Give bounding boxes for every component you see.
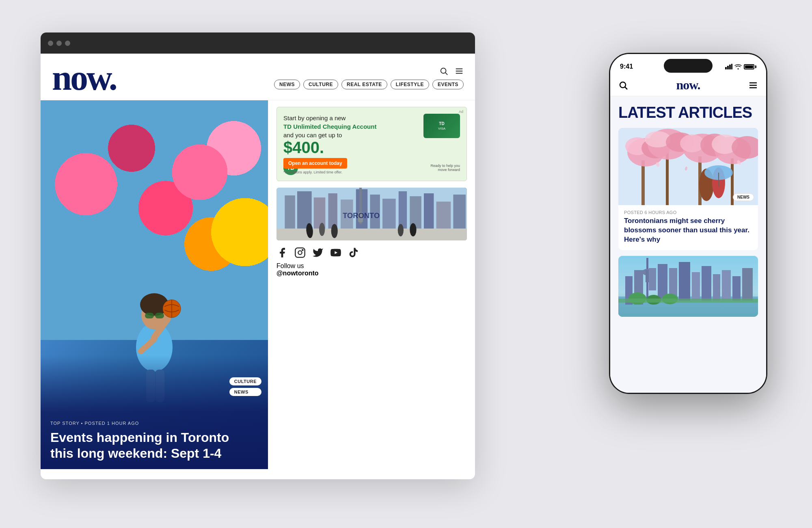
site-header-right: NEWS CULTURE REAL ESTATE LIFESTYLE EVENT…: [274, 67, 464, 89]
svg-rect-93: [742, 268, 753, 301]
browser-dot-green: [65, 41, 70, 46]
article-badge-1: NEWS: [733, 193, 754, 201]
svg-rect-87: [679, 262, 690, 301]
article-card-2[interactable]: [618, 256, 758, 317]
svg-point-36: [331, 224, 338, 238]
hero-section: TOP STORY • POSTED 1 HOUR AGO Events hap…: [41, 100, 268, 469]
nav-pill-culture[interactable]: CULTURE: [303, 80, 338, 89]
city-scene: TORONTO: [276, 188, 467, 240]
nav-pills: NEWS CULTURE REAL ESTATE LIFESTYLE EVENT…: [274, 80, 464, 89]
phone-main-content: LATEST ARTICLES: [610, 96, 766, 393]
nav-pill-news[interactable]: NEWS: [274, 80, 300, 89]
city-photo: TORONTO: [276, 188, 467, 240]
follow-text-row: Follow us @nowtoronto: [276, 262, 467, 277]
ad-tag: Ad: [459, 110, 463, 114]
browser-dot-red: [48, 41, 53, 46]
badge-culture[interactable]: CULTURE: [229, 377, 261, 385]
toronto-skyline-image: [618, 256, 758, 317]
svg-rect-90: [713, 274, 720, 301]
instagram-icon[interactable]: [294, 247, 306, 258]
browser-content: now.: [41, 54, 475, 479]
svg-point-41: [298, 251, 302, 254]
site-main: TOP STORY • POSTED 1 HOUR AGO Events hap…: [41, 100, 475, 469]
article-image-cherry: NEWS: [618, 128, 758, 205]
article-card-1[interactable]: NEWS POSTED 6 HOURS AGO Torontonians mig…: [618, 128, 758, 250]
hero-overlay: TOP STORY • POSTED 1 HOUR AGO Events hap…: [41, 355, 268, 469]
svg-rect-30: [453, 195, 466, 233]
signal-icon: [725, 64, 732, 69]
wifi-icon: [734, 64, 742, 69]
article-headline-1: Torontonians might see cherry blossoms s…: [618, 216, 758, 250]
ad-title: Start by opening a new TD Unlimited Cheq…: [283, 114, 389, 139]
ad-banner: Ad Start by opening a new TD Unlimited C…: [276, 107, 467, 181]
ad-cta-button[interactable]: Open an account today: [283, 158, 347, 169]
phone-menu-icon[interactable]: [748, 80, 758, 90]
ad-line2: TD Unlimited Chequing Account: [283, 123, 376, 130]
browser-bar: [41, 32, 475, 54]
social-follow-section: Follow us @nowtoronto: [276, 247, 467, 277]
status-time: 9:41: [620, 63, 633, 70]
svg-rect-8: [145, 313, 154, 318]
phone-logo[interactable]: now.: [676, 78, 700, 93]
nav-pill-real-estate[interactable]: REAL ESTATE: [341, 80, 387, 89]
svg-rect-46: [729, 65, 731, 69]
svg-rect-45: [727, 66, 729, 69]
ad-amount: $400.: [283, 139, 324, 156]
browser-window: now.: [41, 32, 475, 479]
ad-line1: Start by opening a new: [283, 115, 346, 121]
nav-pill-events[interactable]: EVENTS: [432, 80, 464, 89]
phone-inner: 9:41: [610, 54, 766, 393]
svg-point-0: [441, 68, 446, 74]
svg-rect-88: [692, 272, 700, 301]
svg-point-48: [620, 82, 626, 88]
phone-device: 9:41: [609, 53, 767, 394]
dynamic-island: [664, 59, 713, 73]
svg-rect-83: [646, 270, 649, 282]
svg-rect-92: [732, 276, 741, 301]
facebook-icon[interactable]: [276, 247, 288, 258]
story-title: Events happening in Toronto this long we…: [50, 430, 258, 461]
browser-dot-yellow: [56, 41, 62, 46]
svg-text:TORONTO: TORONTO: [343, 211, 380, 220]
site-logo[interactable]: now.: [52, 60, 116, 96]
svg-rect-28: [424, 193, 434, 233]
svg-rect-40: [295, 248, 304, 257]
svg-rect-54: [641, 160, 645, 205]
svg-rect-97: [618, 299, 758, 303]
svg-rect-55: [666, 152, 669, 205]
status-icons: [725, 64, 756, 69]
svg-rect-29: [436, 201, 451, 232]
youtube-icon[interactable]: [330, 247, 341, 258]
phone-search-icon[interactable]: [618, 80, 628, 90]
article-meta-1: POSTED 6 HOURS AGO: [618, 205, 758, 216]
story-meta: TOP STORY • POSTED 1 HOUR AGO: [50, 421, 258, 426]
nav-pill-lifestyle[interactable]: LIFESTYLE: [391, 80, 429, 89]
svg-rect-89: [702, 266, 711, 301]
svg-rect-9: [155, 313, 164, 318]
svg-rect-44: [725, 67, 727, 69]
ad-line3: and you can get up to: [283, 132, 342, 138]
badge-news[interactable]: NEWS: [229, 388, 261, 396]
latest-articles-title: LATEST ARTICLES: [618, 104, 758, 121]
scene: now.: [20, 20, 792, 508]
svg-rect-18: [285, 195, 295, 233]
svg-line-49: [625, 87, 628, 89]
svg-point-38: [410, 223, 416, 236]
svg-rect-91: [722, 270, 731, 301]
svg-point-42: [302, 249, 303, 250]
svg-point-35: [319, 223, 325, 236]
hero-image: TOP STORY • POSTED 1 HOUR AGO Events hap…: [41, 100, 268, 469]
svg-line-1: [445, 73, 447, 75]
search-icon[interactable]: [439, 67, 448, 76]
menu-icon[interactable]: [455, 67, 464, 76]
svg-rect-47: [731, 64, 732, 69]
site-header: now.: [41, 54, 475, 100]
follow-handle: @nowtoronto: [276, 270, 319, 277]
sidebar: Ad Start by opening a new TD Unlimited C…: [268, 100, 475, 469]
battery-icon: [744, 64, 756, 69]
svg-point-37: [398, 224, 404, 236]
ad-conditions: *Conditions apply. Limited time offer.: [283, 170, 460, 174]
tiktok-icon[interactable]: [348, 247, 359, 258]
follow-text: Follow us: [276, 262, 304, 269]
twitter-icon[interactable]: [312, 247, 324, 258]
